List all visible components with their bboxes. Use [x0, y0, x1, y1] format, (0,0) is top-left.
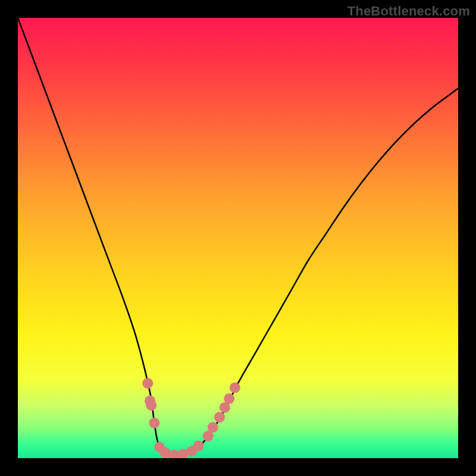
watermark-text: TheBottleneck.com [347, 4, 470, 19]
fit-marker [208, 422, 218, 433]
fit-marker [193, 440, 203, 451]
chart-frame: TheBottleneck.com [0, 0, 476, 476]
fit-marker [214, 412, 225, 422]
plot-area [18, 18, 458, 458]
chart-svg [18, 18, 458, 458]
fit-marker [142, 378, 153, 389]
fit-marker [224, 393, 234, 404]
fit-marker [230, 383, 240, 393]
gradient-background [18, 18, 458, 458]
fit-marker [146, 400, 156, 411]
fit-marker [149, 418, 159, 428]
